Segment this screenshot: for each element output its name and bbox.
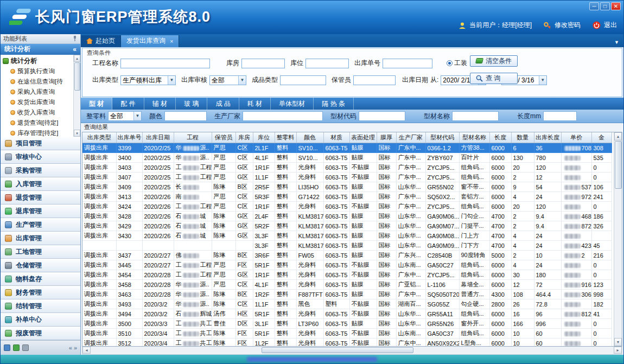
sidebar-module[interactable]: 退库管理 xyxy=(1,205,80,218)
sidebar-module[interactable]: 项目管理 xyxy=(1,137,80,150)
tab-close-icon[interactable]: × xyxy=(170,38,173,44)
column-header[interactable]: 生产厂家 xyxy=(396,132,425,143)
logout-link[interactable]: 退出 xyxy=(604,21,617,30)
tree-item[interactable]: 采购入库查询 xyxy=(3,87,73,97)
sidebar-module[interactable]: 生产管理 xyxy=(1,218,80,232)
keeper-input[interactable] xyxy=(353,75,396,85)
sidebar-module[interactable]: 物料盘存 xyxy=(1,272,80,286)
color-input[interactable] xyxy=(164,111,207,121)
column-header[interactable]: 表面处理 xyxy=(349,132,377,143)
outbound-type-select[interactable]: 生产领料出库▼ xyxy=(120,75,176,85)
table-row[interactable]: 调拨出库33992020/2/25华源..严思C区2L1F整料SV10...60… xyxy=(82,143,612,153)
table-row[interactable]: 调拨出库34302020/2/26石城陈琳G区3L3F整料KLM38176063… xyxy=(82,231,612,241)
toolbar-icon[interactable] xyxy=(13,344,20,351)
sidebar-module[interactable]: 报废管理 xyxy=(1,327,80,340)
outbound-audit-select[interactable]: 全部▼ xyxy=(209,75,246,85)
material-tab[interactable]: 成 品 xyxy=(207,98,239,110)
table-row[interactable]: 调拨出库34292020/2/26石城陈琳G区5R2F整料KLM38176063… xyxy=(82,221,612,231)
length-input[interactable] xyxy=(543,111,577,121)
material-tab[interactable]: 单体型材 xyxy=(271,98,314,110)
column-header[interactable]: 金 xyxy=(591,132,612,143)
scroll-up-arrow[interactable]: ▴ xyxy=(74,55,80,62)
table-row[interactable]: 调拨出库34372020/2/27佛陈琳B区3R6F整料FW056063-T5贴… xyxy=(82,251,612,260)
radio-workwear[interactable] xyxy=(447,60,453,66)
section-header[interactable]: 统计分析 « xyxy=(1,44,80,55)
material-tab[interactable]: 玻 璃 xyxy=(176,98,207,110)
sidebar-module[interactable]: 工地管理 xyxy=(1,245,80,259)
chevron-down-icon[interactable]: ▼ xyxy=(238,76,246,85)
table-row[interactable]: 调拨出库34002020/2/25华源..严思C区4L1F整料SV10...60… xyxy=(82,153,612,163)
maximize-button[interactable]: □ xyxy=(600,2,610,10)
column-header[interactable]: 整零料 xyxy=(275,132,296,143)
scroll-right-arrow[interactable]: ▸ xyxy=(614,347,622,354)
tree-item[interactable]: 发货出库查询 xyxy=(3,97,73,107)
sidebar-module[interactable]: 入库管理 xyxy=(1,177,80,191)
tree-root[interactable]: 统计分析 xyxy=(3,56,73,66)
pin-icon[interactable] xyxy=(72,35,78,42)
table-row[interactable]: 调拨出库34092020/2/25长陈琳B区2R5F整料LI35HO6063-T… xyxy=(82,182,612,192)
table-row[interactable]: 调拨出库35002020/3/3工共工程曹佳D区3L1F整料LT3P606063… xyxy=(82,319,612,329)
warehouse-input[interactable] xyxy=(241,59,285,68)
column-header[interactable]: 保管员 xyxy=(212,132,235,143)
table-row[interactable]: 调拨出库34072020/2/25工工程严思G区1L1F整料光身料6063-T5… xyxy=(82,173,612,182)
toolbar-expand-icon[interactable]: « » xyxy=(69,344,77,351)
project-name-input[interactable] xyxy=(120,59,210,68)
scrollbar-thumb[interactable] xyxy=(262,347,413,353)
table-row[interactable]: 调拨出库34542020/2/28工工程严思G区1R1F整料光身料6063-T5… xyxy=(82,270,612,280)
product-type-input[interactable] xyxy=(280,75,326,85)
sidebar-module[interactable]: 结转管理 xyxy=(1,299,80,313)
table-row[interactable]: 调拨出库34932020/3/2华源..陈琳C区1L1F整料黑色塑料不贴膜国标湖… xyxy=(82,299,612,309)
clear-conditions-button[interactable]: 清空条件 xyxy=(470,55,518,67)
location-input[interactable] xyxy=(305,59,349,68)
sidebar-module[interactable]: 财务管理 xyxy=(1,286,80,299)
table-row[interactable]: 调拨出库34242020/2/26工工程严思C区1R1F整料光身料6063-T5… xyxy=(82,202,612,212)
order-no-input[interactable] xyxy=(383,59,432,68)
sidebar-module[interactable]: 采购管理 xyxy=(1,164,80,177)
chevron-down-icon[interactable]: ▼ xyxy=(539,76,546,85)
toolbar-icon[interactable] xyxy=(4,344,10,351)
material-tab[interactable]: 辅 材 xyxy=(144,98,176,110)
manufacturer-input[interactable] xyxy=(243,111,323,121)
minimize-button[interactable]: ─ xyxy=(589,2,599,10)
column-header[interactable]: 出库长度 xyxy=(534,132,561,143)
table-row[interactable]: 调拨出库34032020/2/25工工程严思G区1R1F整料光身料6063-T5… xyxy=(82,163,612,173)
toolbar-icon[interactable] xyxy=(22,344,29,351)
scroll-down-arrow[interactable]: ▾ xyxy=(614,338,622,346)
table-row[interactable]: 调拨出库34132020/2/26南严思C区5R3F整料G714226063-T… xyxy=(82,192,612,202)
sidebar-module[interactable]: 退货管理 xyxy=(1,191,80,205)
table-row[interactable]: 调拨出库34282020/2/26石城陈琳G区2L4F整料KLM38176063… xyxy=(82,212,612,221)
tree-item[interactable]: 在途信息查询[待 xyxy=(3,76,73,87)
column-header[interactable]: 库位 xyxy=(253,132,275,143)
collapse-icon[interactable]: « xyxy=(73,46,77,53)
tree-item[interactable]: 预算执行查询 xyxy=(3,66,73,76)
table-row[interactable]: 3L3F整料KLM38176063-T5贴膜国标山东华...GA90M09...… xyxy=(82,241,612,251)
whole-piece-select[interactable]: 全部▼ xyxy=(108,111,142,121)
column-header[interactable]: 单价 xyxy=(561,132,591,143)
column-header[interactable]: 工程 xyxy=(174,132,212,143)
material-tab[interactable]: 型 材 xyxy=(81,98,112,110)
close-button[interactable]: ✕ xyxy=(611,2,621,10)
search-button[interactable]: 查 询 xyxy=(470,73,518,84)
tab-shipment-outbound-query[interactable]: 发货出库查询 × xyxy=(121,35,179,47)
tree-item[interactable]: 收货入库查询 xyxy=(3,107,73,118)
column-header[interactable]: 库房 xyxy=(235,132,253,143)
profile-name-input[interactable] xyxy=(452,111,499,121)
column-header[interactable]: 型材代码 xyxy=(425,132,459,143)
change-password-link[interactable]: 修改密码 xyxy=(555,21,581,30)
table-row[interactable]: 调拨出库34942020/3/2石辉城汤伟H区5R1F整料光身料6063-T5不… xyxy=(82,309,612,319)
column-header[interactable]: 颜色 xyxy=(296,132,323,143)
sidebar-module[interactable]: 仓储管理 xyxy=(1,259,80,272)
column-header[interactable]: 材质 xyxy=(323,132,349,143)
chevron-down-icon[interactable]: ▼ xyxy=(168,76,175,85)
table-row[interactable]: 调拨出库35122020/3/4工共工程陈琳F区1L2F整料光身料6063-T5… xyxy=(82,339,612,347)
scroll-up-arrow[interactable]: ▴ xyxy=(614,132,622,141)
material-tab[interactable]: 配 件 xyxy=(112,98,144,110)
table-row[interactable]: 调拨出库34452020/2/27工工程严思F区5R1F整料光身料6063-T5… xyxy=(82,260,612,270)
scroll-down-arrow[interactable]: ▾ xyxy=(74,130,80,137)
tab-list-dropdown-icon[interactable]: ▼ xyxy=(614,40,623,47)
tree-item[interactable]: 退货查询[待定] xyxy=(3,118,73,128)
table-row[interactable]: 调拨出库34582020/2/28华源..严思C区4L1F整料光身料6063-T… xyxy=(82,280,612,290)
material-tab[interactable]: 隔 热 条 xyxy=(314,98,354,110)
tab-home[interactable]: 起始页 xyxy=(81,35,121,47)
column-header[interactable]: 出库日期 xyxy=(142,132,174,143)
